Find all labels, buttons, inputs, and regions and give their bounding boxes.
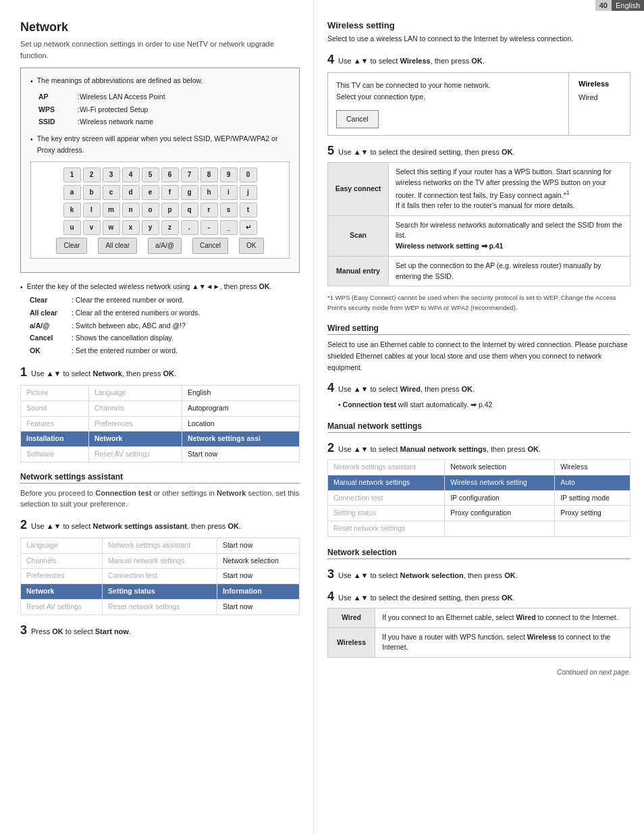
kb-key-j[interactable]: j bbox=[240, 185, 257, 200]
key-entry-ata: a/A/@ : Switch between abc, ABC and @!? bbox=[30, 319, 300, 332]
mn-wirelessset: Wireless network setting bbox=[445, 475, 555, 490]
kb-key-z[interactable]: z bbox=[161, 220, 179, 235]
conn-type-left-text: This TV can be connected to your home ne… bbox=[328, 73, 569, 135]
kb-key-s[interactable]: s bbox=[220, 203, 238, 217]
kb-key-i[interactable]: i bbox=[220, 185, 238, 200]
kb-key-a[interactable]: a bbox=[63, 185, 81, 200]
menu1-preferences: Preferences bbox=[88, 416, 182, 432]
menu2-row-reset: Reset AV settings Reset network settings… bbox=[21, 599, 300, 615]
kb-allclear-button[interactable]: All clear bbox=[98, 238, 137, 254]
wired-setting-body: Select to use an Ethernet cable to conne… bbox=[327, 339, 630, 373]
mn-row-mns: Manual network settings Wireless network… bbox=[328, 475, 630, 490]
conn-option-wireless[interactable]: Wireless bbox=[579, 80, 620, 88]
kb-key-q[interactable]: q bbox=[181, 203, 198, 217]
kb-key-dot[interactable]: . bbox=[181, 220, 198, 235]
mn-row-nsa: Network settings assistant Network selec… bbox=[328, 460, 630, 475]
network-selection-section: Network selection 3 Use ▲▼ to select Net… bbox=[327, 548, 630, 658]
menu2-resetav2: Reset AV settings bbox=[21, 599, 103, 615]
menu1-network: Network bbox=[88, 432, 182, 447]
menu1-startnow1: Start now bbox=[182, 447, 299, 463]
menu1-row-installation: Installation Network Network settings as… bbox=[21, 432, 300, 447]
kb-ok-button[interactable]: OK bbox=[239, 238, 263, 254]
kb-key-4[interactable]: 4 bbox=[122, 167, 140, 182]
conn-option-wired[interactable]: Wired bbox=[579, 93, 620, 101]
kb-key-dash[interactable]: - bbox=[200, 220, 218, 235]
wired-note: • Connection test will start automatical… bbox=[338, 399, 630, 411]
kb-key-c[interactable]: c bbox=[103, 185, 120, 200]
menu1-software: Software bbox=[21, 447, 89, 463]
kb-key-y[interactable]: y bbox=[142, 220, 159, 235]
keyboard-section: 1 2 3 4 5 6 7 8 9 0 a b c d e f bbox=[30, 161, 290, 259]
ns-label-wireless: Wireless bbox=[328, 627, 375, 658]
kb-row-digits: 1 2 3 4 5 6 7 8 9 0 bbox=[35, 167, 285, 182]
kb-key-8[interactable]: 8 bbox=[200, 167, 218, 182]
left-section-subtitle: Set up network connection settings in or… bbox=[20, 38, 300, 61]
kb-key-p[interactable]: p bbox=[161, 203, 179, 217]
menu2-setstatus: Setting status bbox=[103, 584, 217, 600]
kb-key-6[interactable]: 6 bbox=[161, 167, 179, 182]
wired-step4-num: 4 bbox=[327, 381, 334, 395]
left-column: Network Set up network connection settin… bbox=[0, 0, 314, 834]
kb-key-5[interactable]: 5 bbox=[142, 167, 159, 182]
abbrev-key-wps: WPS bbox=[38, 104, 72, 115]
kb-key-r[interactable]: r bbox=[200, 203, 218, 217]
kb-key-f[interactable]: f bbox=[161, 185, 179, 200]
menu1-location: Location bbox=[182, 416, 299, 432]
kb-key-m[interactable]: m bbox=[103, 203, 120, 217]
kb-key-k[interactable]: k bbox=[63, 203, 81, 217]
kb-key-9[interactable]: 9 bbox=[220, 167, 238, 182]
menu2-resetnet: Reset network settings bbox=[103, 599, 217, 615]
kb-key-g[interactable]: g bbox=[181, 185, 198, 200]
kb-key-2[interactable]: 2 bbox=[83, 167, 101, 182]
kb-key-l[interactable]: l bbox=[83, 203, 101, 217]
kb-cancel-button[interactable]: Cancel bbox=[192, 238, 228, 254]
menu2-netsel: Network selection bbox=[217, 553, 299, 569]
kb-ata-button[interactable]: a/A/@ bbox=[148, 238, 182, 254]
key-instruction-intro: Enter the key of the selected wireless n… bbox=[20, 282, 300, 291]
menu2-info: Information bbox=[217, 584, 299, 600]
kb-key-3[interactable]: 3 bbox=[103, 167, 120, 182]
wired-setting-section: Wired setting Select to use an Ethernet … bbox=[327, 323, 630, 411]
mn-proxyconfig: Proxy configuration bbox=[445, 506, 555, 521]
manual-network-table: Network settings assistant Network selec… bbox=[327, 459, 630, 537]
key-entry-cancel: Cancel : Shows the cancellation display. bbox=[30, 332, 300, 344]
ws-desc-scan: Search for wireless networks automatical… bbox=[389, 215, 630, 256]
menu1-row-sound: Sound Channels Autoprogram bbox=[21, 400, 300, 416]
menu2-row-prefs: Preferences Connection test Start now bbox=[21, 569, 300, 584]
mn-step2-text: Use ▲▼ to select Manual network settings… bbox=[338, 444, 541, 455]
page-container: Network Set up network connection settin… bbox=[0, 0, 644, 834]
kb-key-e[interactable]: e bbox=[142, 185, 159, 200]
menu1-language: Language bbox=[88, 386, 182, 401]
mn-row-conntest: Connection test IP configuration IP sett… bbox=[328, 490, 630, 506]
kb-key-d[interactable]: d bbox=[122, 185, 140, 200]
ns-step3-num: 3 bbox=[327, 567, 334, 581]
kb-key-underscore[interactable]: _ bbox=[220, 220, 238, 235]
kb-key-v[interactable]: v bbox=[83, 220, 101, 235]
kb-clear-button[interactable]: Clear bbox=[56, 238, 87, 254]
abbrev-row-ssid: SSID :Wireless network name bbox=[38, 116, 165, 128]
kb-key-1[interactable]: 1 bbox=[63, 167, 81, 182]
kb-key-enter[interactable]: ↵ bbox=[240, 220, 257, 235]
kb-key-t[interactable]: t bbox=[240, 203, 257, 217]
kb-key-7[interactable]: 7 bbox=[181, 167, 198, 182]
ws-note: *1 WPS (Easy Connect) cannot be used whe… bbox=[327, 293, 630, 313]
cancel-button[interactable]: Cancel bbox=[336, 110, 379, 128]
ws-option-manual: Manual entry Set up the connection to th… bbox=[328, 256, 630, 286]
ns-desc-wired: If you connect to an Ethernet cable, sel… bbox=[375, 608, 630, 627]
menu2-startnow2: Start now bbox=[217, 538, 299, 553]
ws-step4-line: 4 Use ▲▼ to select Wireless, then press … bbox=[327, 53, 630, 67]
kb-key-n[interactable]: n bbox=[122, 203, 140, 217]
kb-key-w[interactable]: w bbox=[103, 220, 120, 235]
abbrev-val-wps: :Wi-Fi protected Setup bbox=[74, 104, 165, 115]
kb-key-h[interactable]: h bbox=[200, 185, 218, 200]
kb-key-u[interactable]: u bbox=[63, 220, 81, 235]
menu1-row-picture: Picture Language English bbox=[21, 386, 300, 401]
kb-key-x[interactable]: x bbox=[122, 220, 140, 235]
ws-option-scan: Scan Search for wireless networks automa… bbox=[328, 215, 630, 256]
kb-key-b[interactable]: b bbox=[83, 185, 101, 200]
kb-key-o[interactable]: o bbox=[142, 203, 159, 217]
kb-key-0[interactable]: 0 bbox=[240, 167, 257, 182]
wireless-setting-body: Select to use a wireless LAN to connect … bbox=[327, 33, 630, 45]
abbrev-row-ap: AP :Wireless LAN Access Point bbox=[38, 91, 165, 103]
menu2-mns: Manual network settings bbox=[103, 553, 217, 569]
